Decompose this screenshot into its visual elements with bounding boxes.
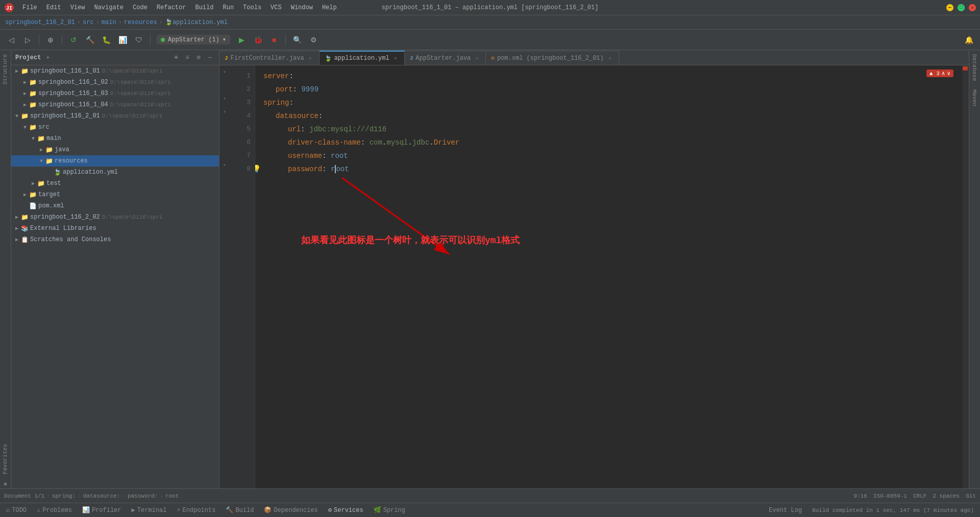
tree-item-13[interactable]: ▶📁springboot_116_2_02D:\space\D116\spri: [11, 212, 219, 223]
sidebar-label-favorites[interactable]: Favorites: [0, 440, 11, 478]
breadcrumb-project[interactable]: springboot_116_2_01: [5, 19, 75, 26]
right-label-database[interactable]: Database: [969, 50, 980, 85]
tree-item-8[interactable]: ▼📁resources: [11, 155, 219, 167]
tab-close-application-yml[interactable]: ✕: [392, 55, 399, 62]
bottom-spring[interactable]: 🌿 Spring: [370, 505, 409, 515]
gutter-line-4[interactable]: ▾: [219, 105, 230, 119]
panel-settings[interactable]: ⚙: [193, 53, 204, 63]
right-label-maven[interactable]: Maven: [969, 85, 980, 110]
debug-icon[interactable]: 🐛: [99, 33, 113, 47]
collapse-all-button[interactable]: ⊕: [171, 53, 181, 63]
tree-arrow-1[interactable]: ▶: [21, 79, 29, 86]
status-encoding[interactable]: ISO-8859-1: [873, 493, 907, 499]
tree-item-12[interactable]: 📄pom.xml: [11, 200, 219, 212]
maximize-button[interactable]: □: [958, 4, 965, 11]
tree-arrow-15[interactable]: ▶: [13, 236, 20, 243]
tree-arrow-3[interactable]: ▶: [21, 101, 29, 108]
breadcrumb-src[interactable]: src: [83, 19, 94, 26]
back-button[interactable]: ◁: [4, 33, 18, 47]
tree-item-6[interactable]: ▼📁main: [11, 133, 219, 144]
breadcrumb-main[interactable]: main: [102, 19, 116, 26]
menu-item-navigate[interactable]: Navigate: [90, 3, 128, 12]
menu-item-vcs[interactable]: VCS: [266, 3, 286, 12]
tree-arrow-4[interactable]: ▼: [13, 112, 20, 120]
menu-item-refactor[interactable]: Refactor: [153, 3, 190, 12]
menu-item-edit[interactable]: Edit: [42, 3, 65, 12]
tree-item-4[interactable]: ▼📁springboot_116_2_01D:\space\D116\spri: [11, 110, 219, 122]
code-editor[interactable]: server: port: 9999 spring: datasource: u…: [255, 65, 963, 488]
tree-item-15[interactable]: ▶📋Scratches and Consoles: [11, 234, 219, 245]
tree-arrow-2[interactable]: ▶: [21, 90, 29, 97]
menu-bar[interactable]: FileEditViewNavigateCodeRefactorBuildRun…: [18, 3, 341, 12]
menu-item-tools[interactable]: Tools: [239, 3, 265, 12]
forward-button[interactable]: ▷: [20, 33, 35, 47]
window-controls[interactable]: — □ ✕: [946, 4, 976, 11]
lightbulb-icon[interactable]: 💡: [255, 162, 261, 176]
project-dropdown[interactable]: ▾: [46, 54, 50, 61]
status-datasource[interactable]: datasource:: [83, 493, 120, 499]
tree-item-10[interactable]: ▶📁test: [11, 178, 219, 189]
bottom-services[interactable]: ⚙ Services: [324, 505, 368, 515]
run-config-selector[interactable]: AppStarter (1) ▾: [157, 35, 230, 44]
bottom-problems[interactable]: ⚠ Problems: [33, 505, 76, 515]
tab-close-first-controller[interactable]: ✕: [307, 55, 314, 62]
tree-item-3[interactable]: ▶📁springboot_116_1_04D:\space\D116\spri: [11, 99, 219, 110]
tab-first-controller[interactable]: J FirstController.java ✕: [219, 51, 320, 65]
tree-item-14[interactable]: ▶📚External Libraries: [11, 223, 219, 234]
tree-item-0[interactable]: ▶📁springboot_116_1_01D:\space\D116\spri: [11, 65, 219, 77]
status-crlf[interactable]: CRLF: [913, 493, 926, 499]
build-button[interactable]: 🔨: [83, 33, 97, 47]
minimize-button[interactable]: —: [946, 4, 953, 11]
gutter-line-8[interactable]: ▾: [219, 158, 230, 172]
tree-item-7[interactable]: ▶📁java: [11, 144, 219, 155]
refresh-button[interactable]: ↺: [66, 33, 81, 47]
stop-button[interactable]: ■: [267, 33, 281, 47]
tree-item-5[interactable]: ▼📁src: [11, 122, 219, 133]
tab-close-pom-xml[interactable]: ✕: [606, 55, 614, 62]
tree-arrow-13[interactable]: ▶: [13, 214, 20, 221]
breadcrumb-resources[interactable]: resources: [124, 19, 157, 26]
menu-item-view[interactable]: View: [66, 3, 89, 12]
tab-pom-xml[interactable]: m pom.xml (springboot_116_2_01) ✕: [486, 51, 619, 65]
navigate-button[interactable]: ⊕: [43, 33, 58, 47]
tab-app-starter[interactable]: J AppStarter.java ✕: [405, 51, 486, 65]
tree-arrow-5[interactable]: ▼: [21, 124, 29, 131]
run-with-coverage[interactable]: 🛡: [132, 33, 146, 47]
search-everywhere-button[interactable]: 🔍: [290, 33, 304, 47]
close-button[interactable]: ✕: [969, 4, 976, 11]
bottom-endpoints[interactable]: ⚡ Endpoints: [173, 505, 219, 515]
tree-arrow-0[interactable]: ▶: [13, 67, 20, 75]
panel-hide[interactable]: —: [205, 53, 215, 63]
tree-item-1[interactable]: ▶📁springboot_116_1_02D:\space\D116\spri: [11, 77, 219, 88]
bottom-event-log[interactable]: Event Log: [765, 506, 806, 515]
bottom-todo[interactable]: ☑ TODO: [2, 505, 31, 515]
run-config-dropdown[interactable]: ▾: [223, 36, 226, 43]
bottom-terminal[interactable]: ▶ Terminal: [128, 505, 171, 515]
sidebar-label-structure[interactable]: Structure: [0, 50, 11, 88]
menu-item-window[interactable]: Window: [287, 3, 317, 12]
menu-item-file[interactable]: File: [18, 3, 41, 12]
tree-arrow-14[interactable]: ▶: [13, 225, 20, 232]
status-spaces[interactable]: 2 spaces: [933, 493, 960, 499]
tree-arrow-6[interactable]: ▼: [30, 135, 37, 142]
bottom-profiler[interactable]: 📊 Profiler: [78, 505, 126, 515]
tab-application-yml[interactable]: 🍃 application.yml ✕: [320, 51, 405, 65]
favorites-star[interactable]: ★: [0, 478, 11, 488]
coverage-button[interactable]: 📊: [115, 33, 130, 47]
settings-button[interactable]: ⚙: [306, 33, 321, 47]
gutter-line-1[interactable]: ▾: [219, 65, 230, 79]
tree-arrow-11[interactable]: ▶: [21, 191, 29, 198]
run-button[interactable]: ▶: [234, 33, 249, 47]
tree-arrow-7[interactable]: ▶: [38, 146, 45, 153]
bottom-dependencies[interactable]: 📦 Dependencies: [260, 505, 322, 515]
menu-item-run[interactable]: Run: [218, 3, 238, 12]
editor-content[interactable]: ▲ 3 ∧ ∨ ▾ ▾ ▾ ▾ 1 2 3 4 5: [219, 65, 969, 488]
tree-arrow-10[interactable]: ▶: [30, 180, 37, 187]
menu-item-help[interactable]: Help: [318, 3, 341, 12]
bottom-build[interactable]: 🔨 Build: [222, 505, 258, 515]
tree-item-11[interactable]: ▶📁target: [11, 189, 219, 200]
notifications-button[interactable]: 🔔: [962, 33, 976, 47]
tab-close-app-starter[interactable]: ✕: [473, 55, 480, 62]
status-password[interactable]: password:: [128, 493, 158, 499]
tree-item-9[interactable]: 🍃application.yml: [11, 167, 219, 178]
